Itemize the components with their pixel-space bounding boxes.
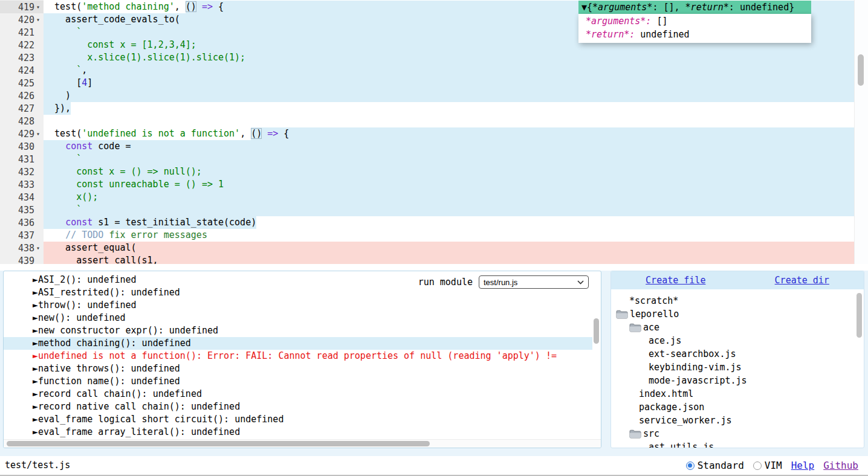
results-horizontal-scrollbar-thumb[interactable] — [7, 441, 430, 446]
gutter-line-434: 434 — [0, 191, 44, 204]
file-tree-list: *scratch* leporello aceace.jsext-searchb… — [611, 289, 864, 448]
help-link[interactable]: Help — [791, 460, 815, 471]
fold-arrow-icon[interactable]: ▾ — [34, 16, 42, 23]
radio-selected-icon[interactable] — [686, 462, 695, 470]
fold-arrow-icon[interactable]: ▾ — [34, 4, 42, 10]
code-line-437[interactable]: // TODO fix error messages — [44, 229, 854, 242]
test-result-row[interactable]: ►throw(): undefined — [4, 299, 592, 312]
gutter-line-426: 426 — [0, 89, 44, 102]
gutter: 419▾420▾421422423424425426427428429▾4304… — [0, 0, 44, 264]
code-line-438[interactable]: assert_equal( — [44, 242, 854, 254]
test-result-row[interactable]: ►record native call chain(): undefined — [4, 400, 592, 413]
gutter-line-437: 437 — [0, 229, 44, 242]
code-line-432[interactable]: const x = () => null(); — [44, 166, 854, 178]
folder-icon — [629, 429, 641, 439]
code-line-429[interactable]: test('undefined is not a function', () =… — [44, 127, 854, 140]
file-tree-panel: Create file Create dir *scratch* leporel… — [611, 271, 864, 448]
create-dir-link[interactable]: Create dir — [775, 275, 829, 286]
test-result-row[interactable]: ►eval_frame array_literal(): undefined — [4, 426, 592, 439]
code-line-431[interactable]: ` — [44, 153, 854, 166]
tree-item-service-worker-js[interactable]: service_worker.js — [611, 414, 864, 427]
code-line-424[interactable]: `, — [44, 64, 854, 77]
value-explorer-tooltip[interactable]: ▼{*arguments*: [], *return*: undefined} … — [578, 1, 811, 43]
results-vertical-scrollbar-thumb[interactable] — [594, 318, 599, 344]
gutter-line-438: 438▾ — [0, 242, 44, 254]
tree-item-src[interactable]: src — [611, 427, 864, 440]
folder-icon — [616, 310, 628, 319]
bottom-section: run module test/run.js ►ASI_2(): undefin… — [0, 271, 868, 456]
run-module-label: run module — [418, 277, 473, 288]
test-result-row[interactable]: ►new(): undefined — [4, 312, 592, 324]
tree-item-ace-js[interactable]: ace.js — [611, 334, 864, 347]
test-result-row[interactable]: ►record call chain(): undefined — [4, 388, 592, 400]
gutter-line-431: 431 — [0, 153, 44, 166]
gutter-line-435: 435 — [0, 204, 44, 216]
value-explorer-row[interactable]: *return*: undefined — [578, 28, 811, 41]
gutter-line-430: 430 — [0, 140, 44, 153]
fold-arrow-icon[interactable]: ▾ — [34, 130, 42, 137]
run-module-selected-value: test/run.js — [484, 278, 517, 287]
status-bar-right: Standard VIM Help Github — [686, 456, 858, 475]
folder-icon — [629, 323, 641, 332]
keybinding-vim-label: VIM — [765, 460, 782, 471]
keybinding-standard-option[interactable]: Standard — [686, 460, 744, 471]
tree-item-index-html[interactable]: index.html — [611, 387, 864, 400]
gutter-line-424: 424 — [0, 64, 44, 77]
code-line-428[interactable] — [44, 115, 854, 127]
fold-arrow-icon[interactable]: ▾ — [34, 245, 42, 251]
tree-item-keybinding-vim-js[interactable]: keybinding-vim.js — [611, 361, 864, 374]
code-line-427[interactable]: }), — [44, 102, 854, 115]
keybinding-standard-label: Standard — [698, 460, 744, 471]
test-result-row[interactable]: ►new constructor expr(): undefined — [4, 324, 592, 337]
code-line-434[interactable]: x(); — [44, 191, 854, 204]
results-horizontal-scrollbar[interactable] — [4, 439, 601, 448]
gutter-line-421: 421 — [0, 26, 44, 39]
gutter-line-433: 433 — [0, 178, 44, 191]
gutter-line-425: 425 — [0, 77, 44, 89]
test-result-row[interactable]: ►method chaining(): undefined — [4, 337, 592, 350]
gutter-line-420: 420▾ — [0, 13, 44, 26]
code-editor[interactable]: 419▾420▾421422423424425426427428429▾4304… — [0, 0, 868, 264]
gutter-line-427: 427 — [0, 102, 44, 115]
editor-scrollbar[interactable] — [854, 0, 868, 264]
current-file-label: test/test.js — [5, 456, 70, 475]
code-line-436[interactable]: const s1 = test_initial_state(code) — [44, 216, 854, 229]
radio-unselected-icon[interactable] — [753, 462, 762, 470]
code-line-433[interactable]: const unreachable = () => 1 — [44, 178, 854, 191]
test-result-row[interactable]: ►function name(): undefined — [4, 375, 592, 388]
editor-scrollbar-thumb[interactable] — [858, 54, 864, 86]
code-line-430[interactable]: const code = — [44, 140, 854, 153]
gutter-line-428: 428 — [0, 115, 44, 127]
code-line-425[interactable]: [4] — [44, 77, 854, 89]
code-line-426[interactable]: ) — [44, 89, 854, 102]
run-module-control: run module test/run.js — [418, 275, 589, 289]
status-bar: test/test.js Standard VIM Help Github — [0, 456, 868, 476]
test-result-row[interactable]: ►undefined is not a function(): Error: F… — [4, 350, 592, 362]
code-line-439[interactable]: assert_call(s1, — [44, 254, 854, 264]
chevron-down-icon — [577, 280, 584, 285]
test-results-list: ►ASI_2(): undefined►ASI_restrited(): und… — [4, 274, 592, 439]
code-line-435[interactable]: ` — [44, 204, 854, 216]
value-explorer-header[interactable]: ▼{*arguments*: [], *return*: undefined} — [578, 1, 811, 14]
gutter-line-439: 439 — [0, 254, 44, 264]
test-result-row[interactable]: ►native throws(): undefined — [4, 362, 592, 375]
create-file-link[interactable]: Create file — [646, 275, 705, 286]
tree-item--scratch-[interactable]: *scratch* — [611, 294, 864, 307]
tree-vertical-scrollbar-thumb[interactable] — [857, 293, 862, 338]
gutter-line-436: 436 — [0, 216, 44, 229]
tree-item-leporello[interactable]: leporello — [611, 307, 864, 321]
run-module-select[interactable]: test/run.js — [479, 275, 589, 289]
keybinding-vim-option[interactable]: VIM — [753, 460, 782, 471]
test-result-row[interactable]: ►eval_frame logical short circuit(): und… — [4, 413, 592, 426]
gutter-line-423: 423 — [0, 51, 44, 64]
file-tree-header: Create file Create dir — [611, 271, 864, 289]
github-link[interactable]: Github — [823, 460, 858, 471]
code-line-423[interactable]: x.slice(1).slice(1).slice(1); — [44, 51, 854, 64]
tree-item-package-json[interactable]: package.json — [611, 400, 864, 414]
tree-item-ext-searchbox-js[interactable]: ext-searchbox.js — [611, 347, 864, 361]
tree-item-ace[interactable]: ace — [611, 321, 864, 334]
tree-item-mode-javascript-js[interactable]: mode-javascript.js — [611, 374, 864, 387]
value-explorer-row[interactable]: *arguments*: [] — [578, 14, 811, 28]
gutter-line-419: 419▾ — [0, 1, 44, 13]
tree-item-ast-utils-js[interactable]: ast_utils.js — [611, 440, 864, 448]
